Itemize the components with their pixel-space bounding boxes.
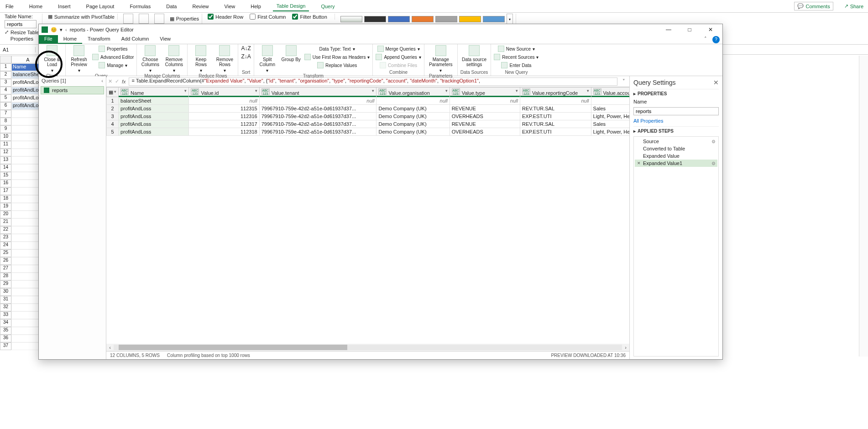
collapse-ribbon-icon[interactable]: ˄	[701, 35, 710, 44]
pq-tab-view[interactable]: View	[154, 35, 176, 44]
recent-sources-button[interactable]: Recent Sources ▾	[494, 53, 539, 61]
grid-cell[interactable]: Light, Power, Heating	[591, 113, 629, 120]
row-header[interactable]: 17	[0, 187, 11, 195]
table-styles[interactable]: ▾	[340, 14, 513, 25]
fx-icon[interactable]: fx	[122, 79, 126, 84]
grid-row-header[interactable]: 1	[107, 97, 119, 105]
table-name-input[interactable]	[5, 20, 37, 28]
row-header[interactable]: 36	[0, 335, 11, 342]
cancel-formula-icon[interactable]: ✕	[108, 78, 112, 84]
row-header[interactable]: 34	[0, 319, 11, 327]
keep-rows-button[interactable]: Keep Rows▾	[190, 45, 211, 73]
data-type-button[interactable]: Data Type: Text ▾	[304, 45, 370, 52]
gear-icon[interactable]: ⚙	[711, 161, 716, 166]
group-by-button[interactable]: Group By	[281, 45, 302, 62]
grid-cell[interactable]: 112317	[189, 120, 259, 128]
excel-tab-view[interactable]: View	[221, 2, 239, 11]
append-queries-button[interactable]: Append Queries ▾	[376, 53, 421, 61]
pq-preview-grid[interactable]: ▦▾ABC123Name▾ABC123Value.id▾ABC123Value.…	[106, 87, 629, 136]
grid-cell[interactable]: null	[376, 97, 450, 105]
grid-cell[interactable]: balanceSheet	[119, 97, 189, 105]
gear-icon[interactable]: ⚙	[711, 139, 716, 144]
grid-cell[interactable]: Demo Company (UK)	[376, 120, 450, 128]
first-row-headers-button[interactable]: Use First Row as Headers ▾	[304, 53, 370, 61]
close-and-load-button[interactable]: Close & Load▾	[42, 45, 63, 73]
queries-pane-collapsed[interactable]	[859, 56, 868, 357]
styles-more-icon[interactable]: ▾	[507, 14, 513, 25]
column-header[interactable]: ABC123Value.tenant▾	[259, 88, 376, 97]
row-header[interactable]: 18	[0, 195, 11, 203]
scroll-right-icon[interactable]: ›	[622, 345, 629, 350]
pq-tab-transform[interactable]: Transform	[82, 35, 116, 44]
column-header[interactable]: ABC123Value.type▾	[450, 88, 520, 97]
pq-tab-file[interactable]: File	[39, 35, 58, 44]
refresh-icon[interactable]	[154, 14, 164, 24]
column-header[interactable]: ABC123Value.id▾	[189, 88, 259, 97]
sort-asc-icon[interactable]: A↓Z	[241, 45, 251, 52]
advanced-editor-button[interactable]: Advanced Editor	[92, 53, 134, 61]
scroll-thumb[interactable]	[119, 345, 347, 350]
commit-formula-icon[interactable]: ✓	[115, 78, 119, 84]
grid-cell[interactable]: null	[520, 97, 591, 105]
collapse-queries-icon[interactable]: ‹	[101, 78, 103, 83]
row-header[interactable]: 9	[0, 125, 11, 133]
row-header[interactable]: 4	[0, 87, 11, 94]
sort-desc-icon[interactable]: Z↓A	[241, 53, 251, 60]
grid-cell[interactable]: Light, Power, Heating	[591, 128, 629, 136]
replace-values-button[interactable]: Replace Values	[304, 62, 370, 69]
row-header[interactable]: 11	[0, 141, 11, 149]
delete-step-icon[interactable]: ✕	[637, 161, 641, 165]
filter-btn-check[interactable]: Filter Button	[292, 14, 327, 20]
applied-step[interactable]: Expanded Value	[635, 152, 717, 160]
grid-cell[interactable]: profitAndLoss	[119, 128, 189, 136]
grid-cell[interactable]: 79967910-759e-42d2-a51e-0d61937d37...	[259, 120, 376, 128]
share-button[interactable]: ↗ Share	[842, 2, 866, 10]
query-name-input[interactable]	[633, 107, 719, 115]
grid-cell[interactable]: OVERHEADS	[450, 113, 520, 120]
excel-tab-data[interactable]: Data	[162, 2, 180, 11]
grid-cell[interactable]: REVENUE	[450, 105, 520, 113]
grid-cell[interactable]: Demo Company (UK)	[376, 113, 450, 120]
row-header[interactable]: 1	[0, 63, 11, 71]
help-icon[interactable]: ?	[712, 36, 720, 43]
slicer-icon[interactable]	[123, 14, 133, 24]
choose-columns-button[interactable]: Choose Columns▾	[140, 45, 161, 73]
row-header[interactable]: 2	[0, 71, 11, 79]
applied-step[interactable]: ✕Expanded Value1⚙	[635, 160, 717, 167]
grid-cell[interactable]: profitAndLoss	[119, 105, 189, 113]
row-header[interactable]: 6	[0, 102, 11, 110]
name-box[interactable]: A1	[0, 47, 36, 52]
column-header[interactable]: ABC123Value.organisation▾	[376, 88, 450, 97]
close-settings-icon[interactable]: ✕	[713, 79, 719, 86]
remove-rows-button[interactable]: Remove Rows▾	[214, 45, 235, 73]
pq-tab-home[interactable]: Home	[58, 35, 82, 44]
excel-tab-review[interactable]: Review	[188, 2, 212, 11]
query-item-reports[interactable]: reports	[41, 86, 104, 94]
grid-cell[interactable]: 112316	[189, 113, 259, 120]
all-properties-link[interactable]: All Properties	[633, 118, 719, 124]
enter-data-button[interactable]: Enter Data	[494, 62, 539, 69]
row-header[interactable]: 30	[0, 288, 11, 296]
row-header[interactable]: 31	[0, 296, 11, 304]
grid-cell[interactable]: 112315	[189, 105, 259, 113]
manage-parameters-button[interactable]: Manage Parameters▾	[427, 45, 455, 73]
row-header[interactable]: 7	[0, 110, 11, 118]
row-header[interactable]: 3	[0, 79, 11, 87]
header-row-check[interactable]: Header Row	[208, 14, 243, 20]
row-header[interactable]: 29	[0, 280, 11, 288]
grid-cell[interactable]: 79967910-759e-42d2-a51e-0d61937d37...	[259, 128, 376, 136]
grid-cell[interactable]: OVERHEADS	[450, 128, 520, 136]
row-header[interactable]: 21	[0, 218, 11, 226]
properties-button[interactable]: ▦ Properties	[170, 16, 199, 22]
horizontal-scrollbar[interactable]: ‹ ›	[106, 344, 629, 351]
triangle-icon[interactable]: ▸	[633, 129, 636, 134]
grid-cell[interactable]: REV.TUR.SAL	[520, 105, 591, 113]
excel-tab-pagelayout[interactable]: Page Layout	[83, 2, 118, 11]
row-header[interactable]: 32	[0, 304, 11, 311]
row-header[interactable]: 22	[0, 226, 11, 234]
grid-cell[interactable]: EXP.EST.UTI	[520, 113, 591, 120]
row-header[interactable]: 16	[0, 180, 11, 187]
row-header[interactable]: 19	[0, 203, 11, 211]
grid-cell[interactable]: null	[450, 97, 520, 105]
manage-button[interactable]: Manage ▾	[92, 62, 134, 69]
